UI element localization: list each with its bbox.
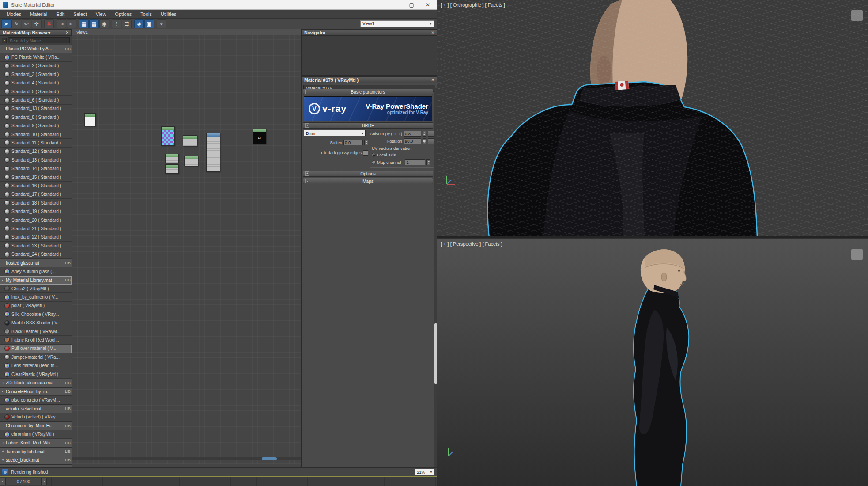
material-list-item[interactable]: Standard_10 ( Standard ) — [0, 130, 72, 139]
menu-tools[interactable]: Tools — [136, 11, 156, 18]
material-list-item[interactable]: Veludo (velvet) ( VRay... — [0, 413, 72, 421]
node-checker[interactable] — [161, 126, 175, 146]
material-list-item[interactable]: Standard_5 ( Standard ) — [0, 87, 72, 96]
library-group-row[interactable]: +Fabric_Knoll_Red_Wo...LIB — [0, 439, 72, 447]
material-list-item[interactable]: Standard_4 ( Standard ) — [0, 79, 72, 87]
pick-material-from-object-button[interactable]: ✎ — [11, 19, 21, 28]
soften-field[interactable]: 0.0 — [343, 140, 363, 145]
viewport-label-orthographic[interactable]: [ + ] [ Orthographic ] [ Facets ] — [441, 2, 505, 8]
expand-collapse-icon[interactable]: + — [2, 381, 6, 385]
library-group-row[interactable]: -ConcreteFloor_by_m...LIB — [0, 387, 72, 396]
expand-collapse-icon[interactable]: - — [2, 389, 6, 394]
zoom-level-select[interactable]: 21% ▼ — [415, 469, 434, 475]
select-tool-button[interactable]: ➤ — [1, 19, 11, 28]
node-header[interactable] — [183, 136, 197, 139]
material-list-item[interactable]: Standard_17 ( Standard ) — [0, 190, 72, 199]
library-group-row[interactable]: -silk.matLIB — [0, 464, 72, 467]
material-list-item[interactable]: chromium ( VRayMtl ) — [0, 430, 72, 439]
material-list-item[interactable]: inox_by_calimenio ( V... — [0, 293, 72, 301]
library-group-row[interactable]: -Chromium_by_Mini_Fi...LIB — [0, 421, 72, 430]
local-axis-radio[interactable] — [372, 153, 376, 157]
material-list-item[interactable]: Standard_8 ( Standard ) — [0, 113, 72, 122]
navigator-canvas[interactable] — [302, 36, 437, 76]
material-list-item[interactable]: Standard_21 ( Standard ) — [0, 224, 72, 233]
fix-dark-glossy-edges-checkbox[interactable] — [363, 150, 368, 156]
show-grid-button[interactable]: ▩ — [89, 19, 99, 28]
material-list-item[interactable]: Ghisa2 ( VRayMtl ) — [0, 285, 72, 293]
node-mini[interactable] — [184, 156, 198, 166]
collapse-icon[interactable]: - — [305, 179, 309, 183]
material-list-item[interactable]: Standard_18 ( Standard ) — [0, 199, 72, 207]
material-list-item[interactable]: Standard_24 ( Standard ) — [0, 250, 72, 258]
move-children-button[interactable]: ⇥ — [57, 19, 66, 28]
menu-modes[interactable]: Modes — [3, 11, 25, 18]
material-list-item[interactable]: Standard_22 ( Standard ) — [0, 233, 72, 242]
node-view-hscrollbar[interactable] — [72, 457, 302, 460]
material-panel-close-icon[interactable]: ✕ — [431, 78, 434, 82]
material-list-item[interactable]: Lens material (read th... — [0, 361, 72, 370]
expand-collapse-icon[interactable]: - — [2, 261, 6, 265]
material-list-item[interactable]: Slik, Chocolate ( VRay... — [0, 310, 72, 319]
map-channel-field[interactable]: 1 — [405, 159, 425, 165]
pan-to-selected-button[interactable]: ◉ — [99, 19, 109, 28]
material-list-item[interactable]: Pull-over-material ( V... — [0, 345, 72, 353]
node-view-tab[interactable]: View1 — [72, 30, 92, 34]
node-mini2[interactable] — [165, 164, 179, 174]
library-group-row[interactable]: +Tarmac by fahd.matLIB — [0, 447, 72, 456]
material-list-item[interactable]: Standard_19 ( Standard ) — [0, 207, 72, 216]
menu-view[interactable]: View — [92, 11, 110, 18]
view-selector-dropdown[interactable]: View1 ▼ — [360, 20, 434, 27]
material-list-item[interactable]: Standard_16 ( Standard ) — [0, 182, 72, 190]
frame-prev-button[interactable]: < — [0, 478, 6, 485]
navigator-view-rect[interactable] — [302, 36, 302, 37]
map-button[interactable] — [428, 138, 434, 144]
expand-collapse-icon[interactable]: - — [2, 424, 6, 428]
expand-collapse-icon[interactable]: - — [2, 406, 6, 411]
node-canvas[interactable]: ⧉ — [72, 35, 302, 464]
layout-children-button[interactable]: ⇶ — [122, 19, 132, 28]
node-mat[interactable] — [206, 133, 220, 172]
collapse-icon[interactable]: - — [305, 123, 309, 128]
spinner[interactable] — [364, 140, 368, 145]
material-list-item[interactable]: Standard_2 ( Standard ) — [0, 62, 72, 70]
menu-options[interactable]: Options — [111, 11, 136, 18]
collapse-icon[interactable]: - — [305, 90, 309, 94]
browser-close-icon[interactable]: ✕ — [65, 30, 69, 35]
material-list-item[interactable]: Standard_15 ( Standard ) — [0, 173, 72, 182]
node-header[interactable] — [162, 127, 174, 130]
minimize-button[interactable]: – — [395, 0, 398, 10]
expand-collapse-icon[interactable]: + — [2, 441, 6, 445]
navigator-close-icon[interactable]: ✕ — [431, 30, 434, 35]
hide-unused-nodeslots-button[interactable]: ⇤ — [67, 19, 76, 28]
material-list-item[interactable]: Arley Autumn glass (... — [0, 267, 72, 276]
show-background-button[interactable]: ▦ — [79, 19, 89, 28]
rollout-basic-parameters[interactable]: - Basic parameters — [303, 89, 433, 95]
expand-collapse-icon[interactable]: - — [2, 47, 6, 51]
orthographic-viewport[interactable]: [ + ] [ Orthographic ] [ Facets ] — [437, 0, 868, 238]
node-icon[interactable]: ⧉ — [253, 129, 266, 144]
spinner[interactable] — [426, 159, 430, 165]
material-list-item[interactable]: piso concreto ( VRayM... — [0, 396, 72, 404]
library-group-row[interactable]: +ZDi-black_alcantara.matLIB — [0, 379, 72, 387]
expand-collapse-icon[interactable]: + — [2, 458, 6, 462]
viewcube-icon[interactable] — [851, 249, 863, 260]
menu-select[interactable]: Select — [69, 11, 91, 18]
library-group-row[interactable]: -veludo_velvet.matLIB — [0, 404, 72, 413]
track-bar[interactable]: < 0 / 100 > — [0, 476, 437, 486]
material-list-item[interactable]: Standard_14 ( Standard ) — [0, 164, 72, 173]
material-list-item[interactable]: Standard_3 ( Standard ) — [0, 70, 72, 79]
menu-utilities[interactable]: Utilities — [157, 11, 180, 18]
rotation-field[interactable]: 90.0 — [404, 138, 421, 144]
zoom-tool-button[interactable]: ⌖ — [157, 19, 166, 28]
material-list-item[interactable]: Standard_13 ( Standard ) — [0, 105, 72, 113]
material-list-item[interactable]: Standard_20 ( Standard ) — [0, 216, 72, 224]
expand-icon[interactable]: + — [305, 171, 309, 176]
material-list-item[interactable]: Black Leather ( VRayM... — [0, 327, 72, 336]
assign-material-to-selection-button[interactable]: ✏ — [22, 19, 31, 28]
viewport-label-perspective[interactable]: [ + ] [ Perspective ] [ Facets ] — [441, 241, 502, 247]
material-list-item[interactable]: polar ( VRayMtl ) — [0, 302, 72, 310]
rollout-options[interactable]: + Options — [303, 171, 433, 177]
delete-selected-button[interactable]: ✖ — [44, 19, 54, 28]
layout-all-vertical-button[interactable]: ⋮ — [112, 19, 121, 28]
rollout-maps[interactable]: - Maps — [303, 178, 433, 184]
